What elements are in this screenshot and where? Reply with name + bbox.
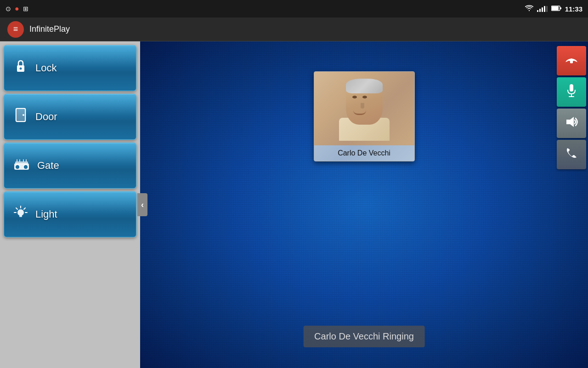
sidebar-item-light[interactable]: Light (4, 191, 136, 237)
call-icon (565, 147, 577, 162)
lock-label: Lock (35, 62, 57, 74)
call-button[interactable] (557, 140, 586, 169)
svg-rect-19 (19, 216, 22, 217)
status-left-icons: ⊙ ● ⊞ (6, 5, 28, 13)
clock: 11:33 (565, 5, 582, 13)
notification-icon-3: ⊞ (23, 5, 28, 12)
status-right-icons: 11:33 (525, 5, 582, 13)
door-icon (13, 108, 28, 126)
speaker-icon (565, 116, 578, 131)
app-title: InfinitePlay (29, 24, 70, 34)
main-content: Carlo De Vecchi Carlo De Vecchi Ringing (140, 41, 588, 368)
gate-label: Gate (37, 160, 59, 172)
svg-point-7 (23, 114, 24, 116)
svg-rect-20 (570, 84, 573, 92)
lock-icon (13, 59, 28, 77)
app-bar: ≡ InfinitePlay (0, 17, 588, 41)
sidebar-item-door[interactable]: Door (4, 94, 136, 140)
svg-point-10 (23, 165, 28, 169)
notification-icon-1: ⊙ (6, 5, 11, 12)
contact-photo (314, 72, 414, 145)
svg-point-4 (20, 68, 22, 70)
main-layout: Lock Door Gate (0, 41, 588, 368)
collapse-icon: ‹ (141, 200, 144, 210)
svg-point-17 (17, 209, 24, 216)
contact-card: Carlo De Vecchi (314, 71, 415, 161)
gate-icon (13, 157, 30, 174)
svg-line-15 (16, 208, 17, 209)
microphone-icon (566, 84, 577, 101)
contact-name: Carlo De Vecchi (314, 145, 414, 161)
svg-rect-11 (15, 161, 28, 164)
light-icon (13, 205, 28, 224)
ringing-status: Carlo De Vecchi Ringing (303, 326, 425, 347)
sidebar-item-lock[interactable]: Lock (4, 45, 136, 91)
wifi-icon (525, 5, 533, 13)
svg-point-9 (15, 165, 20, 169)
mute-button[interactable] (557, 77, 586, 107)
status-bar: ⊙ ● ⊞ 11:33 (0, 0, 588, 17)
door-label: Door (35, 111, 57, 123)
svg-marker-23 (566, 117, 574, 127)
app-logo: ≡ (7, 21, 24, 38)
hangup-button[interactable] (557, 46, 586, 75)
sidebar: Lock Door Gate (0, 41, 140, 368)
light-label: Light (35, 208, 57, 220)
hangup-icon (565, 54, 578, 68)
action-buttons (557, 46, 588, 169)
svg-line-13 (24, 208, 25, 209)
face-simulation (337, 76, 392, 141)
sidebar-collapse-button[interactable]: ‹ (137, 193, 147, 216)
logo-icon: ≡ (13, 24, 18, 34)
svg-rect-1 (552, 6, 559, 10)
sidebar-item-gate[interactable]: Gate (4, 143, 136, 189)
battery-icon (551, 5, 561, 12)
notification-icon-2: ● (15, 5, 19, 13)
speaker-button[interactable] (557, 109, 586, 138)
signal-bars (537, 6, 548, 12)
svg-rect-2 (560, 7, 561, 9)
